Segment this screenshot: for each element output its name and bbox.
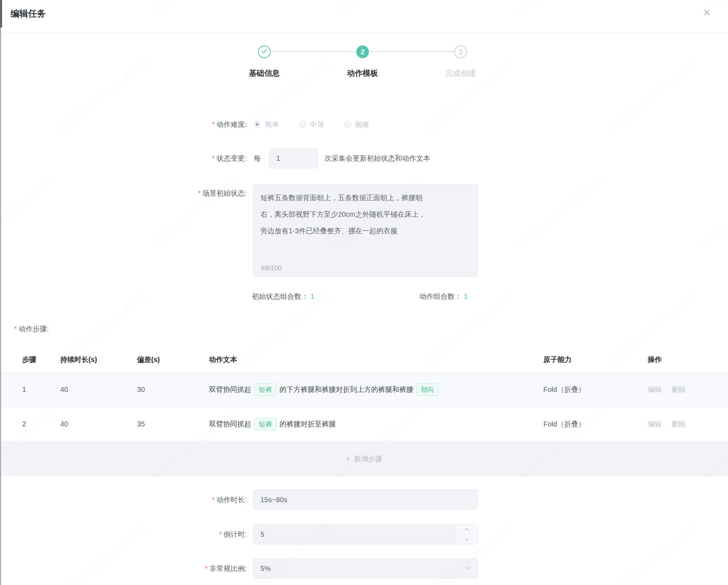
required-asterisk: * xyxy=(198,189,201,197)
cell-step: 2 xyxy=(0,420,60,428)
table-row: 2 40 35 双臂协同抓起 短裤 的裤腰对折至裤腿 Fold（折叠） 编辑 删… xyxy=(0,407,728,441)
plus-icon: + xyxy=(346,454,351,463)
char-counter: 69/100 xyxy=(261,264,282,272)
step-3-number: 3 xyxy=(458,48,462,56)
delete-button[interactable]: 删除 xyxy=(672,419,686,429)
radio-hard-label: 困难 xyxy=(355,120,369,129)
cell-duration: 40 xyxy=(60,386,137,394)
object-tag: 短裤 xyxy=(254,383,277,396)
step-2-label: 动作模板 xyxy=(334,68,391,79)
countdown-label: *倒计时: xyxy=(0,527,247,541)
state-change-prefix: 每 xyxy=(254,154,261,163)
cell-deviation: 35 xyxy=(137,420,209,428)
add-step-label: 新增步骤 xyxy=(354,454,382,464)
difficulty-radio-group: 简单 中等 困难 xyxy=(254,117,369,131)
unusual-ratio-select[interactable]: 5% xyxy=(253,558,478,579)
radio-easy-label: 简单 xyxy=(265,120,279,129)
col-ability: 原子能力 xyxy=(543,355,648,364)
step-1-circle xyxy=(258,45,271,58)
table-header-row: 步骤 持续时长(s) 偏差(s) 动作文本 原子能力 操作 xyxy=(0,347,728,372)
step-1-label: 基础信息 xyxy=(236,68,292,79)
state-change-label: *状态变更: xyxy=(0,151,247,165)
edit-task-dialog: 编辑任务 × 2 3 基础信息 动作模板 完成创建 *动作难度: 简单 中等 xyxy=(0,0,728,585)
radio-hard[interactable]: 困难 xyxy=(344,120,369,129)
dialog-header: 编辑任务 × xyxy=(0,0,728,33)
chevron-up-icon xyxy=(464,528,469,532)
action-steps-table: 步骤 持续时长(s) 偏差(s) 动作文本 原子能力 操作 1 40 30 双臂… xyxy=(0,347,728,476)
col-action-text: 动作文本 xyxy=(209,355,543,364)
state-change-row: 每 1 次采集会更新初始状态和动作文本 xyxy=(254,148,430,168)
edit-button[interactable]: 编辑 xyxy=(648,419,662,429)
initial-state-label: *场景初始状态: xyxy=(0,186,247,200)
col-deviation: 偏差(s) xyxy=(137,355,209,364)
radio-easy[interactable]: 简单 xyxy=(254,120,279,129)
action-combo-count: 动作组合数：1 xyxy=(419,291,468,302)
step-connector-line xyxy=(370,51,454,52)
number-stepper xyxy=(456,524,477,544)
table-row: 1 40 30 双臂协同抓起 短裤 的下方裤腿和裤腰对折到上方的裤腿和裤腰 朝向… xyxy=(0,372,728,407)
cell-action-text: 双臂协同抓起 短裤 的裤腰对折至裤腿 xyxy=(209,418,543,430)
orientation-tag: 朝向 xyxy=(416,383,439,396)
difficulty-label: *动作难度: xyxy=(0,117,247,131)
required-asterisk: * xyxy=(212,121,215,128)
unusual-ratio-label: *非常规比例: xyxy=(0,561,247,575)
initial-combo-value: 1 xyxy=(310,292,314,300)
radio-circle-icon xyxy=(344,121,351,128)
screen-edge-artifact-light xyxy=(0,27,1,585)
state-change-input[interactable]: 1 xyxy=(269,148,318,168)
step-2-circle: 2 xyxy=(356,45,369,58)
action-duration-input[interactable]: 15s~80s xyxy=(253,489,478,510)
action-combo-value: 1 xyxy=(464,292,468,300)
radio-medium-label: 中等 xyxy=(310,120,324,129)
screen-edge-artifact-dark xyxy=(0,0,2,27)
cell-operations: 编辑 删除 xyxy=(648,385,728,394)
cell-step: 1 xyxy=(0,386,60,394)
dialog-title: 编辑任务 xyxy=(11,8,46,19)
close-icon: × xyxy=(703,5,710,20)
col-operations: 操作 xyxy=(648,355,728,364)
check-icon xyxy=(261,49,267,55)
countdown-input[interactable]: 5 xyxy=(253,524,478,544)
required-asterisk: * xyxy=(205,565,208,572)
initial-combo-count: 初始状态组合数：1 xyxy=(252,291,314,302)
radio-circle-icon xyxy=(299,121,306,128)
action-duration-label: *动作时长: xyxy=(0,493,247,507)
cell-operations: 编辑 删除 xyxy=(648,419,728,429)
cell-duration: 40 xyxy=(60,420,137,428)
chevron-down-icon xyxy=(466,565,470,569)
required-asterisk: * xyxy=(219,530,222,538)
cell-deviation: 30 xyxy=(137,386,209,394)
delete-button[interactable]: 删除 xyxy=(672,385,686,394)
radio-medium[interactable]: 中等 xyxy=(299,120,324,129)
object-tag: 短裤 xyxy=(254,418,277,430)
cell-ability: Fold（折叠） xyxy=(543,419,648,429)
required-asterisk: * xyxy=(212,154,215,162)
increment-button[interactable] xyxy=(456,524,477,534)
step-2-number: 2 xyxy=(360,48,364,56)
col-duration: 持续时长(s) xyxy=(60,355,137,364)
radio-circle-icon xyxy=(254,121,261,128)
add-step-button[interactable]: + 新增步骤 xyxy=(0,441,728,476)
step-connector-line xyxy=(271,51,356,52)
col-step: 步骤 xyxy=(0,355,60,364)
step-3-circle: 3 xyxy=(454,45,467,58)
required-asterisk: * xyxy=(212,496,215,504)
required-asterisk: * xyxy=(14,325,17,333)
close-button[interactable]: × xyxy=(698,4,715,21)
initial-state-text: 短裤五条数据背面朝上，五条数据正面朝上，裤腰朝 右，离头部视野下方至少20cm之… xyxy=(260,190,470,239)
chevron-down-icon xyxy=(464,536,469,541)
edit-button[interactable]: 编辑 xyxy=(648,385,662,394)
action-steps-label: *动作步骤: xyxy=(14,322,49,336)
cell-ability: Fold（折叠） xyxy=(543,385,648,394)
cell-action-text: 双臂协同抓起 短裤 的下方裤腿和裤腰对折到上方的裤腿和裤腰 朝向 xyxy=(209,383,543,396)
initial-state-textarea[interactable]: 短裤五条数据背面朝上，五条数据正面朝上，裤腰朝 右，离头部视野下方至少20cm之… xyxy=(253,184,478,277)
state-change-suffix: 次采集会更新初始状态和动作文本 xyxy=(325,154,430,163)
decrement-button[interactable] xyxy=(456,534,477,544)
step-3-label: 完成创建 xyxy=(432,68,489,79)
